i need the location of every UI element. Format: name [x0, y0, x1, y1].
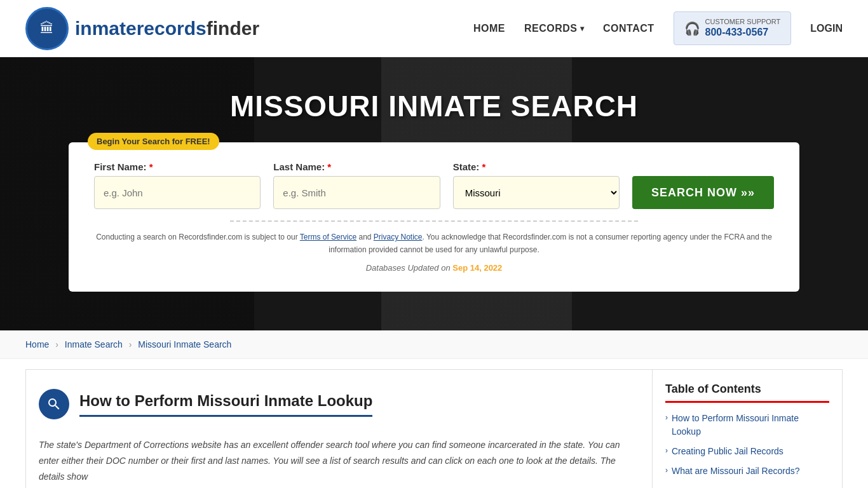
hero-title: MISSOURI INMATE SEARCH	[230, 89, 638, 123]
article-body: The state's Department of Corrections we…	[26, 427, 633, 488]
nav-contact[interactable]: CONTACT	[603, 23, 654, 34]
hero-section: MISSOURI INMATE SEARCH Begin Your Search…	[0, 57, 868, 330]
state-label: State: *	[453, 161, 620, 172]
customer-support-button[interactable]: 🎧 CUSTOMER SUPPORT 800-433-0567	[674, 11, 792, 45]
divider	[230, 220, 638, 222]
main-nav: HOME RECORDS CONTACT 🎧 CUSTOMER SUPPORT …	[473, 11, 843, 45]
main-content: How to Perform Missouri Inmate Lookup Th…	[25, 369, 652, 488]
state-select[interactable]: Missouri Alabama Alaska	[453, 176, 620, 209]
logo-area: 🏛 inmaterecordsfinder	[25, 7, 473, 50]
first-name-label: First Name: *	[94, 161, 261, 172]
toc-sidebar: Table of Contents › How to Perform Misso…	[652, 369, 843, 488]
nav-records[interactable]: RECORDS	[524, 23, 584, 34]
first-name-input[interactable]	[94, 176, 261, 209]
article-heading: How to Perform Missouri Inmate Lookup	[26, 389, 633, 427]
logo-text: inmaterecordsfinder	[75, 18, 259, 39]
toc-link-2[interactable]: Creating Public Jail Records	[672, 445, 783, 458]
db-updated: Databases Updated on Sep 14, 2022	[94, 263, 774, 273]
article-search-icon	[39, 389, 69, 419]
search-svg	[46, 396, 62, 412]
content-area: How to Perform Missouri Inmate Lookup Th…	[0, 359, 868, 488]
begin-badge[interactable]: Begin Your Search for FREE!	[88, 133, 219, 150]
toc-chevron-2: ›	[665, 446, 668, 455]
first-name-group: First Name: *	[94, 161, 261, 209]
tos-link[interactable]: Terms of Service	[300, 233, 356, 241]
toc-link-3[interactable]: What are Missouri Jail Records?	[672, 464, 800, 478]
toc-list: › How to Perform Missouri Inmate Lookup …	[665, 412, 829, 478]
toc-link-1[interactable]: How to Perform Missouri Inmate Lookup	[672, 412, 829, 438]
site-header: 🏛 inmaterecordsfinder HOME RECORDS CONTA…	[0, 0, 868, 57]
last-name-group: Last Name: *	[273, 161, 440, 209]
toc-item-3[interactable]: › What are Missouri Jail Records?	[665, 464, 829, 478]
nav-home[interactable]: HOME	[473, 23, 505, 34]
article-title: How to Perform Missouri Inmate Lookup	[79, 392, 372, 417]
breadcrumb-home[interactable]: Home	[25, 339, 49, 349]
logo-icon: 🏛	[25, 7, 69, 50]
breadcrumb-inmate-search[interactable]: Inmate Search	[65, 339, 123, 349]
login-button[interactable]: LOGIN	[810, 23, 843, 34]
headphone-icon: 🎧	[684, 21, 700, 36]
toc-title: Table of Contents	[665, 383, 829, 403]
privacy-link[interactable]: Privacy Notice	[374, 233, 423, 241]
breadcrumb-current: Missouri Inmate Search	[138, 339, 231, 349]
last-name-label: Last Name: *	[273, 161, 440, 172]
search-now-button[interactable]: SEARCH NOW »»	[632, 176, 774, 209]
last-name-input[interactable]	[273, 176, 440, 209]
breadcrumb: Home › Inmate Search › Missouri Inmate S…	[0, 330, 868, 359]
toc-item-1[interactable]: › How to Perform Missouri Inmate Lookup	[665, 412, 829, 438]
toc-chevron-1: ›	[665, 413, 668, 422]
support-phone: 800-433-0567	[705, 26, 781, 39]
form-disclaimer: Conducting a search on Recordsfinder.com…	[94, 231, 774, 257]
state-group: State: * Missouri Alabama Alaska	[453, 161, 620, 209]
search-box: Begin Your Search for FREE! First Name: …	[69, 142, 799, 292]
search-form-row: First Name: * Last Name: * State: * Miss…	[94, 161, 774, 209]
toc-chevron-3: ›	[665, 466, 668, 475]
toc-item-2[interactable]: › Creating Public Jail Records	[665, 445, 829, 458]
support-label: CUSTOMER SUPPORT	[705, 17, 781, 26]
